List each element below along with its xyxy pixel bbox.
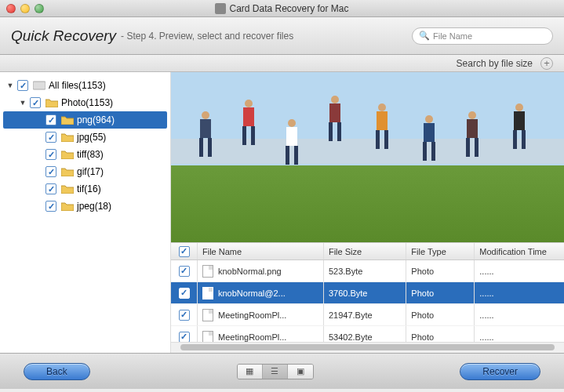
main: ▼ ✓ All files(1153) ▼ ✓ Photo(1153) ✓png…: [0, 72, 564, 353]
checkbox[interactable]: ✓: [45, 183, 56, 194]
search-input[interactable]: 🔍 File Name: [412, 27, 553, 45]
folder-icon: [61, 115, 74, 125]
checkbox[interactable]: ✓: [45, 114, 56, 125]
file-type: Photo: [406, 260, 475, 281]
file-tree: ▼ ✓ All files(1153) ▼ ✓ Photo(1153) ✓png…: [0, 72, 171, 353]
col-size[interactable]: File Size: [324, 243, 406, 260]
window-title: Card Data Recovery for Mac: [0, 3, 564, 14]
checkbox[interactable]: ✓: [45, 132, 56, 143]
col-name[interactable]: File Name: [198, 243, 324, 260]
row-checkbox[interactable]: ✓: [179, 332, 190, 343]
recover-button[interactable]: Recover: [460, 363, 540, 380]
col-type[interactable]: File Type: [406, 243, 475, 260]
file-size: 3760.Byte: [324, 282, 406, 303]
folder-icon: [61, 184, 74, 194]
tree-label: png(964): [77, 114, 115, 125]
table-body: ✓knobNormal.png523.BytePhoto......✓knobN…: [171, 260, 564, 342]
file-type: Photo: [406, 304, 475, 325]
file-size: 523.Byte: [324, 260, 406, 281]
file-type: Photo: [406, 326, 475, 342]
checkbox[interactable]: ✓: [45, 149, 56, 160]
checkbox[interactable]: ✓: [45, 201, 56, 212]
table-header: ✓ File Name File Size File Type Modifica…: [171, 243, 564, 260]
tree-label: jpeg(18): [77, 201, 111, 212]
file-icon: [202, 309, 213, 321]
disclosure-icon[interactable]: ▼: [19, 99, 27, 107]
search-placeholder: File Name: [433, 31, 472, 41]
drive-icon: [33, 81, 45, 90]
tree-label: tiff(83): [77, 149, 104, 160]
tree-root[interactable]: ▼ ✓ All files(1153): [3, 77, 167, 94]
folder-icon: [61, 167, 74, 176]
detail-view-icon[interactable]: ▣: [288, 365, 313, 379]
view-mode-segmented: ▦ ☰ ▣: [237, 364, 314, 379]
table-row[interactable]: ✓knobNormal.png523.BytePhoto......: [171, 260, 564, 282]
file-mod: ......: [475, 326, 564, 342]
horizontal-scrollbar[interactable]: [171, 342, 564, 353]
tree-label: jpg(55): [77, 132, 106, 143]
tree-label: All files(1153): [49, 80, 106, 91]
select-all-checkbox[interactable]: ✓: [179, 246, 190, 257]
tree-item[interactable]: ✓jpeg(18): [3, 198, 167, 215]
file-icon: [202, 331, 213, 343]
file-mod: ......: [475, 304, 564, 325]
tree-label: tif(16): [77, 183, 101, 194]
table-row[interactable]: ✓knobNormal@2...3760.BytePhoto......: [171, 282, 564, 304]
tree-item[interactable]: ✓tif(16): [3, 180, 167, 198]
file-size: 53402.Byte: [324, 326, 406, 342]
table-row[interactable]: ✓MeetingRoomPl...53402.BytePhoto......: [171, 326, 564, 342]
disclosure-icon[interactable]: ▼: [6, 82, 14, 89]
file-name: knobNormal@2...: [218, 289, 286, 298]
checkbox[interactable]: ✓: [30, 97, 41, 108]
grid-view-icon[interactable]: ▦: [238, 365, 263, 379]
file-mod: ......: [475, 282, 564, 303]
checkbox[interactable]: ✓: [45, 166, 56, 177]
scroll-thumb[interactable]: [180, 344, 555, 350]
header: Quick Recovery - Step 4. Preview, select…: [0, 17, 564, 55]
right-panel: ✓ File Name File Size File Type Modifica…: [171, 72, 564, 353]
file-size: 21947.Byte: [324, 304, 406, 325]
list-view-icon[interactable]: ☰: [263, 365, 288, 379]
row-checkbox[interactable]: ✓: [179, 288, 190, 299]
tree-item[interactable]: ✓gif(17): [3, 163, 167, 180]
table-row[interactable]: ✓MeetingRoomPl...21947.BytePhoto......: [171, 304, 564, 326]
checkbox[interactable]: ✓: [17, 80, 28, 91]
svg-rect-0: [33, 82, 45, 89]
page-title: Quick Recovery: [11, 27, 116, 45]
row-checkbox[interactable]: ✓: [179, 266, 190, 277]
tree-item[interactable]: ✓png(964): [3, 111, 167, 129]
titlebar: Card Data Recovery for Mac: [0, 0, 564, 17]
tree-photo[interactable]: ▼ ✓ Photo(1153): [3, 94, 167, 111]
search-by-size-label[interactable]: Search by file size: [457, 58, 533, 69]
file-name: MeetingRoomPl...: [218, 332, 286, 342]
search-icon: 🔍: [419, 31, 430, 41]
folder-icon: [61, 150, 74, 159]
tree-item[interactable]: ✓tiff(83): [3, 146, 167, 163]
file-name: knobNormal.png: [218, 267, 282, 276]
back-button[interactable]: Back: [24, 363, 90, 380]
tree-item[interactable]: ✓jpg(55): [3, 129, 167, 146]
file-icon: [202, 265, 213, 278]
file-type: Photo: [406, 282, 475, 303]
tree-label: Photo(1153): [61, 97, 113, 108]
footer: Back ▦ ☰ ▣ Recover: [0, 353, 564, 389]
folder-icon: [45, 98, 58, 107]
tree-label: gif(17): [77, 166, 104, 177]
subbar: Search by file size +: [0, 55, 564, 72]
window-title-text: Card Data Recovery for Mac: [229, 3, 348, 14]
file-mod: ......: [475, 260, 564, 281]
file-icon: [202, 287, 213, 299]
file-name: MeetingRoomPl...: [218, 310, 286, 320]
row-checkbox[interactable]: ✓: [179, 310, 190, 321]
image-preview: [171, 72, 564, 243]
add-icon[interactable]: +: [540, 57, 553, 70]
folder-icon: [61, 132, 74, 142]
col-mod[interactable]: Modification Time: [475, 243, 564, 260]
app-icon: [215, 3, 226, 14]
step-label: - Step 4. Preview, select and recover fi…: [121, 31, 293, 42]
folder-icon: [61, 201, 74, 211]
